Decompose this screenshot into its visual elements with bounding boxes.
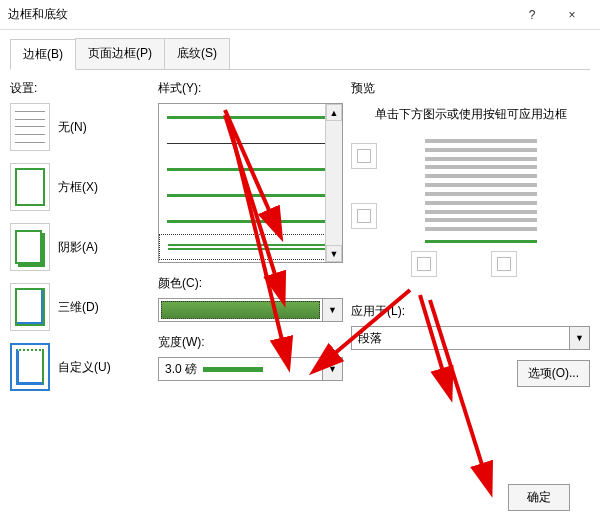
scroll-up-icon[interactable]: ▲ bbox=[326, 104, 342, 121]
apply-combo[interactable]: 段落 ▼ bbox=[351, 326, 590, 350]
width-value: 3.0 磅 bbox=[159, 358, 322, 380]
setting-shadow[interactable]: 阴影(A) bbox=[10, 223, 150, 271]
tab-strip: 边框(B) 页面边框(P) 底纹(S) bbox=[10, 38, 590, 70]
settings-label: 设置: bbox=[10, 80, 150, 97]
preview-applied-border bbox=[425, 240, 537, 243]
width-combo[interactable]: 3.0 磅 ▼ bbox=[158, 357, 343, 381]
chevron-down-icon[interactable]: ▼ bbox=[322, 358, 342, 380]
tab-border[interactable]: 边框(B) bbox=[10, 39, 76, 70]
options-button[interactable]: 选项(O)... bbox=[517, 360, 590, 387]
setting-none[interactable]: 无(N) bbox=[10, 103, 150, 151]
color-combo[interactable]: ▼ bbox=[158, 298, 343, 322]
setting-custom[interactable]: 自定义(U) bbox=[10, 343, 150, 391]
titlebar: 边框和底纹 ? × bbox=[0, 0, 600, 30]
window-title: 边框和底纹 bbox=[8, 6, 512, 23]
setting-box[interactable]: 方框(X) bbox=[10, 163, 150, 211]
chevron-down-icon[interactable]: ▼ bbox=[322, 299, 342, 321]
box-icon bbox=[10, 163, 50, 211]
apply-label: 应用于(L): bbox=[351, 303, 590, 320]
shadow-icon bbox=[10, 223, 50, 271]
style-label: 样式(Y): bbox=[158, 80, 343, 97]
edge-top-button[interactable] bbox=[351, 143, 377, 169]
tab-shading[interactable]: 底纹(S) bbox=[164, 38, 230, 69]
chevron-down-icon[interactable]: ▼ bbox=[569, 327, 589, 349]
setting-3d[interactable]: 三维(D) bbox=[10, 283, 150, 331]
custom-icon bbox=[10, 343, 50, 391]
none-icon bbox=[10, 103, 50, 151]
color-label: 颜色(C): bbox=[158, 275, 343, 292]
tab-page-border[interactable]: 页面边框(P) bbox=[75, 38, 165, 69]
preview-label: 预览 bbox=[351, 80, 590, 97]
apply-value: 段落 bbox=[352, 327, 569, 349]
style-scrollbar[interactable]: ▲ ▼ bbox=[325, 104, 342, 262]
style-listbox[interactable]: ▲ ▼ bbox=[158, 103, 343, 263]
ok-button[interactable]: 确定 bbox=[508, 484, 570, 511]
help-button[interactable]: ? bbox=[512, 0, 552, 30]
width-label: 宽度(W): bbox=[158, 334, 343, 351]
preview-page[interactable] bbox=[421, 133, 541, 243]
color-swatch bbox=[161, 301, 320, 319]
scroll-down-icon[interactable]: ▼ bbox=[326, 245, 342, 262]
edge-bottom-button[interactable] bbox=[351, 203, 377, 229]
preview-diagram bbox=[351, 133, 590, 243]
edge-right-button[interactable] bbox=[491, 251, 517, 277]
close-button[interactable]: × bbox=[552, 0, 592, 30]
threeD-icon bbox=[10, 283, 50, 331]
edge-left-button[interactable] bbox=[411, 251, 437, 277]
preview-hint: 单击下方图示或使用按钮可应用边框 bbox=[351, 105, 590, 123]
